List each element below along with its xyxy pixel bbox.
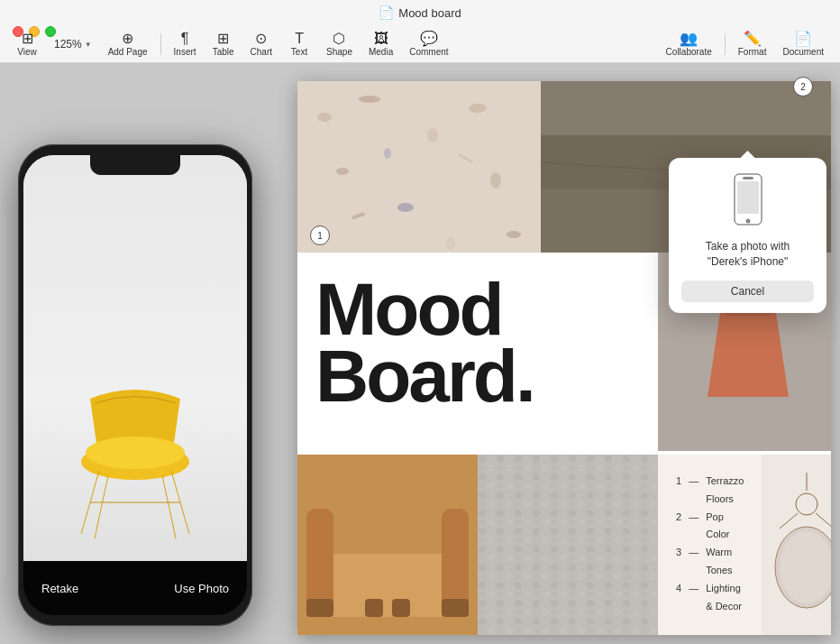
info-zone: 1 — Terrazzo Floors 2 — Pop Color 3 —: [658, 455, 831, 635]
list-separator: —: [686, 544, 701, 580]
text-label: Text: [291, 47, 307, 57]
popup-text: Take a photo with"Derek's iPhone": [706, 239, 790, 270]
chair-image: [63, 345, 207, 552]
text-button[interactable]: T Text: [281, 29, 317, 60]
list-label: Warm Tones: [706, 544, 744, 580]
svg-point-4: [469, 104, 487, 113]
list-item: 2 — Pop Color: [676, 509, 744, 545]
comment-label: Comment: [409, 47, 448, 57]
iphone-screen: Retake Use Photo: [23, 155, 247, 615]
main-canvas: 2: [0, 63, 840, 644]
terrazzo-image: 1: [297, 81, 541, 253]
list-item: 1 — Terrazzo Floors: [676, 473, 744, 509]
zoom-arrow-icon: ▼: [85, 41, 92, 49]
document-label: Document: [782, 47, 824, 57]
iphone-body: Retake Use Photo: [18, 144, 252, 626]
svg-point-6: [397, 203, 414, 212]
svg-point-46: [86, 437, 185, 469]
svg-point-10: [384, 148, 391, 159]
add-page-label: Add Page: [108, 47, 148, 57]
svg-point-40: [796, 493, 817, 515]
view-label: View: [17, 47, 37, 57]
iphone-device: Retake Use Photo: [9, 126, 261, 644]
shape-label: Shape: [326, 47, 352, 57]
collaborate-label: Collaborate: [666, 47, 712, 57]
popup-cancel-button[interactable]: Cancel: [681, 281, 814, 302]
media-label: Media: [369, 47, 393, 57]
chart-button[interactable]: ⊙ Chart: [243, 29, 279, 60]
view-button[interactable]: ⊞ View: [9, 29, 45, 60]
table-button[interactable]: ⊞ Table: [205, 29, 242, 60]
badge-1: 1: [310, 225, 330, 245]
list-number: 3: [676, 544, 681, 580]
svg-rect-23: [306, 599, 333, 617]
shape-button[interactable]: ⬡ Shape: [319, 29, 360, 60]
document-button[interactable]: 📄 Document: [775, 29, 831, 60]
add-page-button[interactable]: ⊕ Add Page: [101, 29, 155, 60]
svg-point-9: [446, 237, 455, 250]
svg-rect-34: [478, 455, 658, 635]
zoom-value: 125%: [54, 38, 82, 51]
list-item: 4 — Lighting & Decor: [676, 580, 744, 616]
format-button[interactable]: ✏️ Format: [731, 29, 774, 60]
sofa-image: [297, 455, 478, 635]
window-title: 📄 Mood board: [379, 0, 461, 25]
list-label: Pop Color: [706, 509, 744, 545]
retake-button[interactable]: Retake: [41, 582, 78, 595]
list-separator: —: [686, 473, 701, 509]
list-label: Terrazzo Floors: [706, 473, 744, 509]
collaborate-button[interactable]: 👥 Collaborate: [659, 29, 719, 60]
svg-marker-37: [708, 307, 789, 397]
svg-point-5: [336, 168, 349, 175]
list-number: 2: [676, 509, 681, 545]
svg-rect-24: [442, 599, 469, 617]
use-photo-button[interactable]: Use Photo: [174, 582, 229, 595]
svg-point-54: [745, 219, 750, 224]
iphone-bottom-bar: Retake Use Photo: [23, 561, 247, 615]
svg-line-50: [162, 475, 176, 538]
separator-2: [725, 33, 726, 55]
svg-point-8: [507, 231, 521, 238]
info-text-area: 1 — Terrazzo Floors 2 — Pop Color 3 —: [658, 455, 762, 635]
collaborate-icon: 👥: [680, 32, 698, 46]
svg-line-44: [816, 513, 831, 529]
list-item: 3 — Warm Tones: [676, 544, 744, 580]
shape-icon: ⬡: [333, 32, 345, 46]
text-icon: T: [295, 32, 304, 46]
add-page-icon: ⊕: [122, 32, 133, 46]
table-icon: ⊞: [217, 32, 229, 46]
svg-point-3: [427, 128, 438, 143]
list-separator: —: [686, 509, 701, 545]
iphone-popup-icon: [730, 172, 766, 232]
comment-button[interactable]: 💬 Comment: [402, 29, 455, 60]
svg-rect-25: [365, 599, 383, 617]
chart-label: Chart: [251, 47, 272, 57]
svg-rect-53: [743, 177, 753, 179]
chart-icon: ⊙: [255, 32, 267, 46]
svg-rect-55: [737, 181, 759, 214]
iphone-popup: Take a photo with"Derek's iPhone" Cancel: [669, 158, 826, 313]
mirror-image: [762, 455, 831, 635]
svg-rect-14: [541, 81, 831, 135]
format-icon: ✏️: [744, 32, 762, 46]
list-number: 1: [676, 473, 681, 509]
view-icon: ⊞: [22, 32, 33, 46]
separator-1: [160, 33, 161, 55]
badge-2: 2: [793, 77, 813, 97]
insert-button[interactable]: ¶ Insert: [167, 29, 204, 60]
format-label: Format: [738, 47, 767, 57]
comment-icon: 💬: [420, 32, 438, 46]
media-button[interactable]: 🖼 Media: [361, 29, 400, 60]
insert-icon: ¶: [181, 32, 189, 46]
media-icon: 🖼: [374, 32, 388, 46]
table-label: Table: [213, 47, 234, 57]
iphone-notch: [90, 155, 180, 175]
zoom-control[interactable]: 125% ▼: [47, 35, 99, 53]
svg-rect-26: [392, 599, 410, 617]
svg-point-1: [317, 113, 332, 122]
iphone-photo-area: [23, 155, 247, 561]
svg-line-49: [95, 475, 108, 538]
list-separator: —: [686, 580, 701, 616]
title-bar: 📄 Mood board ⊞ View 125% ▼ ⊕ Add Page ¶ …: [0, 0, 840, 63]
list-label: Lighting & Decor: [706, 580, 744, 616]
